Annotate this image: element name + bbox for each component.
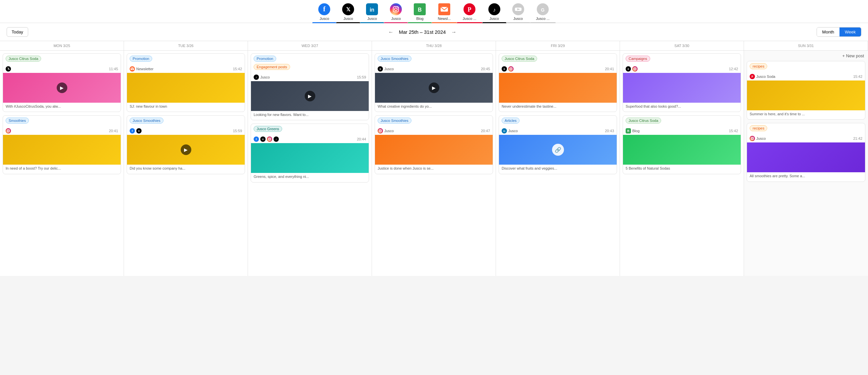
post-text: Did you know some company ha... <box>127 165 245 174</box>
day-header-fri: FRI 3/29 <box>496 41 620 51</box>
svg-rect-47 <box>751 137 754 140</box>
post-card[interactable]: Jusco Smoothies Jusco 20:47 Justice is d… <box>375 115 493 174</box>
prev-arrow[interactable]: ← <box>388 29 394 35</box>
video-icon: ▶ <box>57 82 67 93</box>
post-card[interactable]: Jusco Greens f X ♪ <box>251 124 369 182</box>
post-card[interactable]: Jusco Citrus Soda X 20:41 Never underest… <box>499 53 617 112</box>
social-account-blog[interactable]: B Blog <box>408 3 432 23</box>
day-header-wed: WED 3/27 <box>248 41 372 51</box>
post-card[interactable]: Campaigns X 12:42 Superfood that also lo… <box>623 53 741 112</box>
facebook-platform-icon: f <box>130 128 135 134</box>
post-time: 15:59 <box>233 129 242 133</box>
facebook-icon: f <box>318 3 330 15</box>
post-tag: Articles <box>502 117 520 124</box>
instagram-platform-icon <box>267 136 272 142</box>
card-platforms: 20:41 <box>3 127 121 135</box>
day-column-tue: Promotion Newsletter 15:42 SJ: new flavo… <box>124 51 248 276</box>
instagram-platform-icon <box>508 66 514 72</box>
card-platforms: P Jusco Soda 15:42 <box>747 73 865 80</box>
svg-text:X: X <box>262 138 264 141</box>
next-arrow[interactable]: → <box>451 29 457 35</box>
new-post-button[interactable]: + New post <box>747 53 865 58</box>
day-header-mon: MON 3/25 <box>0 41 124 51</box>
post-image <box>747 80 865 110</box>
post-subtag: Engagement posts <box>254 64 290 70</box>
twitter-platform-icon: X <box>136 128 142 134</box>
social-account-pinterest[interactable]: P Jusco ... <box>457 3 483 23</box>
week-view-button[interactable]: Week <box>839 28 861 36</box>
post-image: ▶ <box>3 73 121 103</box>
card-platforms: f X 15:59 <box>127 127 245 135</box>
svg-text:X: X <box>138 130 140 133</box>
social-account-tiktok[interactable]: ♪ Jusco <box>483 3 506 23</box>
svg-point-6 <box>390 3 402 15</box>
post-tag: Jusco Citrus Soda <box>6 56 41 62</box>
linkedin-platform-icon: in <box>502 128 507 134</box>
social-account-twitter[interactable]: 𝕏 Jusco <box>336 3 360 23</box>
svg-point-33 <box>269 138 270 140</box>
svg-text:f: f <box>256 137 257 141</box>
instagram-icon <box>390 3 402 15</box>
social-account-youtube[interactable]: Jusco <box>506 3 530 23</box>
post-image: 🔗 <box>499 135 617 165</box>
svg-text:X: X <box>627 68 629 71</box>
platform-name: Newsletter <box>136 67 154 71</box>
tiktok-platform-icon: ♪ <box>274 136 279 142</box>
twitter-platform-icon: 𝕏 <box>6 66 11 72</box>
day-column-sat: Campaigns X 12:42 Superfood that also lo… <box>620 51 744 276</box>
social-account-google[interactable]: G Jusco ... <box>530 3 556 23</box>
instagram-platform-icon <box>6 128 11 134</box>
post-card[interactable]: recipes P Jusco Soda 15:42 Summer is her… <box>747 61 865 120</box>
instagram-platform-icon <box>378 128 383 134</box>
youtube-icon <box>512 3 524 15</box>
post-tag: recipes <box>750 125 767 131</box>
month-view-button[interactable]: Month <box>817 28 839 36</box>
social-account-linkedin[interactable]: in Jusco <box>360 3 384 23</box>
platform-name: Jusco <box>384 129 394 133</box>
svg-text:♪: ♪ <box>493 7 496 12</box>
svg-rect-24 <box>7 130 10 132</box>
post-text: Discover what fruits and veggies... <box>499 165 617 174</box>
svg-text:B: B <box>627 129 630 133</box>
card-platforms: 𝕏 11:45 <box>3 65 121 73</box>
post-time: 20:43 <box>605 129 614 133</box>
calendar-grid: MON 3/25 TUE 3/26 WED 3/27 THU 3/28 FRI … <box>0 41 868 276</box>
svg-text:in: in <box>370 7 374 12</box>
tiktok-underline <box>483 22 506 23</box>
post-card[interactable]: recipes Jusco 21:42 All smoothies are pr… <box>747 123 865 181</box>
post-image <box>623 135 741 165</box>
post-image <box>747 142 865 172</box>
post-card[interactable]: Articles in Jusco 20:43 🔗 Discover what … <box>499 115 617 174</box>
svg-point-37 <box>380 130 381 132</box>
svg-rect-39 <box>509 68 512 70</box>
post-text: Summer is here, and it's time to ... <box>747 110 865 119</box>
card-platforms: X 12:42 <box>623 65 741 73</box>
day-column-wed: Promotion Engagement posts ♪ Jusco 15:59… <box>248 51 372 276</box>
instagram-platform-icon <box>632 66 638 72</box>
twitter-platform-icon: X <box>626 66 631 72</box>
post-card[interactable]: Jusco Smoothies X Jusco 20:45 ▶ What cre… <box>375 53 493 112</box>
social-account-newsletter[interactable]: Newsl... <box>432 3 457 23</box>
social-account-instagram[interactable]: Jusco <box>384 3 408 23</box>
blog-underline <box>408 22 432 23</box>
post-card[interactable]: Smoothies 20:41 In need of a boost? Try … <box>3 115 121 174</box>
post-card[interactable]: Jusco Smoothies f X 15:59 ▶ <box>127 115 245 174</box>
linkedin-underline <box>360 22 384 23</box>
date-navigation: ← Mar 25th – 31st 2024 → <box>28 29 816 35</box>
post-time: 20:41 <box>605 67 614 71</box>
social-account-facebook[interactable]: f Jusco <box>312 3 336 23</box>
post-card[interactable]: Promotion Newsletter 15:42 SJ: new flavo… <box>127 53 245 112</box>
newsletter-icon <box>438 3 450 15</box>
post-time: 15:59 <box>357 75 366 79</box>
today-button[interactable]: Today <box>7 27 28 37</box>
post-text: Superfood that also looks good?... <box>623 103 741 112</box>
post-card[interactable]: Promotion Engagement posts ♪ Jusco 15:59… <box>251 53 369 120</box>
day-header-sat: SAT 3/30 <box>620 41 744 51</box>
svg-text:P: P <box>468 6 471 13</box>
svg-point-9 <box>398 7 399 8</box>
post-card[interactable]: Jusco Citrus Soda B Blog 15:42 5 Benefit… <box>623 115 741 174</box>
post-image <box>499 73 617 103</box>
post-card[interactable]: Jusco Citrus Soda 𝕏 11:45 ▶ With #JuscoC… <box>3 53 121 112</box>
card-platforms: Jusco 21:42 <box>747 135 865 142</box>
google-icon: G <box>537 3 549 15</box>
